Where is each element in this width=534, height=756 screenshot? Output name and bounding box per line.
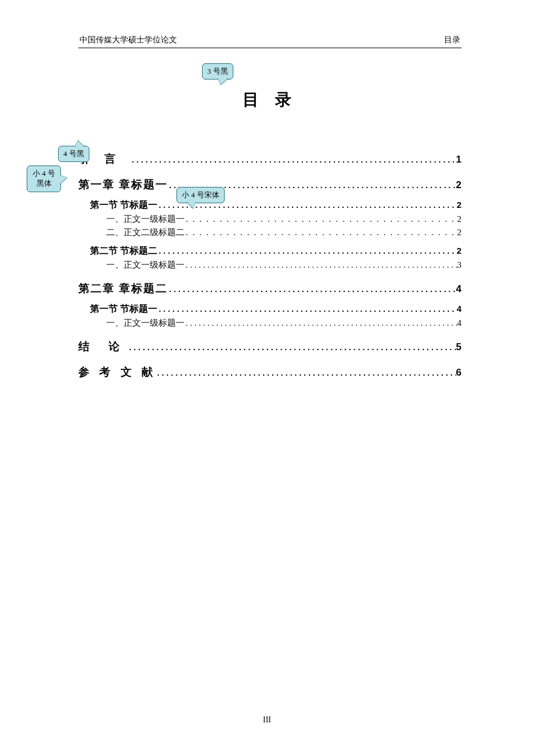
callout-text: 小 4 号宋体: [182, 190, 219, 199]
toc-page: 1: [456, 154, 461, 165]
title-area: 目 录: [78, 89, 461, 111]
callout-tail-icon: [186, 201, 196, 208]
toc-page: 2: [457, 228, 462, 237]
callout-text: 4 号黑: [63, 149, 84, 158]
running-header: 中国传媒大学硕士学位论文 目录: [78, 35, 461, 48]
page-content: 中国传媒大学硕士学位论文 目录 目 录 引言 .................…: [78, 35, 461, 380]
toc-leader-dots: ........................................…: [185, 214, 457, 224]
toc-leader-dots: ........................................…: [168, 285, 456, 294]
toc-label: 第一章 章标题一: [78, 177, 168, 192]
toc-entry-conclusion: 结 论 ....................................…: [78, 339, 461, 354]
toc-leader-dots: ........................................…: [185, 261, 457, 270]
callout-tail-icon: [75, 141, 85, 147]
toc-leader-dots: ........................................…: [157, 304, 456, 314]
toc-label: 第一节 节标题一: [90, 303, 157, 315]
toc-entry-ch1-s1: 第一节 节标题一 ...............................…: [78, 199, 461, 211]
toc-page: 5: [456, 341, 461, 353]
toc-entry-intro: 引言 .....................................…: [78, 152, 461, 167]
toc-entry-ch1-s1-i2: 二、正文二级标题二 ..............................…: [78, 227, 461, 238]
header-left: 中国传媒大学硕士学位论文: [80, 35, 177, 45]
toc-page: 2: [457, 246, 461, 255]
toc-label: 第一节 节标题一: [90, 199, 157, 211]
toc-label: 第二章 章标题二: [78, 281, 168, 296]
toc-entry-references: 参 考 文 献 ................................…: [78, 365, 461, 380]
toc-label: 结 论: [78, 339, 128, 354]
callout-title-font: 3 号黑: [202, 63, 233, 80]
toc-leader-dots: ........................................…: [128, 343, 456, 352]
header-right: 目录: [444, 35, 460, 45]
callout-tail-icon: [218, 78, 229, 85]
toc-leader-dots: ........................................…: [157, 246, 456, 255]
toc-leader-dots: ........................................…: [156, 368, 456, 377]
toc-label: 二、正文二级标题二: [106, 227, 185, 238]
toc-page: 2: [457, 214, 462, 224]
toc-page: 2: [457, 200, 461, 210]
toc-label: 参 考 文 献: [78, 365, 156, 380]
toc-leader-dots: ........................................…: [185, 319, 457, 328]
toc-entry-ch1-s1-i1: 一、正文一级标题一 ..............................…: [78, 214, 461, 225]
callout-text: 小 4 号: [33, 169, 55, 178]
toc-page: 4: [457, 318, 462, 328]
callout-tail-icon: [59, 175, 67, 185]
callout-level2-font: 小 4 号宋体: [176, 187, 225, 203]
callout-text: 3 号黑: [207, 67, 228, 75]
table-of-contents: 引言 .....................................…: [78, 152, 461, 380]
toc-leader-dots: ........................................…: [185, 228, 457, 237]
callout-level0-font: 4 号黑: [58, 146, 89, 162]
callout-level1-font: 小 4 号 黑体: [27, 165, 61, 192]
page-title: 目 录: [78, 89, 461, 111]
callout-text: 黑体: [37, 179, 52, 188]
toc-page: 3: [457, 260, 462, 270]
toc-page: 6: [456, 367, 461, 379]
toc-entry-chapter1: 第一章 章标题一 ...............................…: [78, 177, 461, 192]
toc-label: 一、正文一级标题一: [106, 260, 185, 271]
toc-page: 4: [456, 283, 461, 295]
toc-label: 第二节 节标题二: [90, 245, 157, 257]
toc-page: 2: [456, 179, 461, 191]
toc-leader-dots: ........................................…: [131, 155, 456, 164]
toc-entry-chapter2: 第二章 章标题二 ...............................…: [78, 281, 461, 296]
toc-entry-ch2-s1-i1: 一、正文一级标题一 ..............................…: [78, 318, 461, 329]
toc-label: 一、正文一级标题一: [106, 214, 185, 225]
toc-entry-ch1-s2-i1: 一、正文一级标题一 ..............................…: [78, 260, 461, 271]
toc-entry-ch2-s1: 第一节 节标题一 ...............................…: [78, 303, 461, 315]
page-number: III: [0, 715, 534, 725]
toc-label: 一、正文一级标题一: [106, 318, 185, 329]
toc-page: 4: [457, 304, 461, 314]
toc-entry-ch1-s2: 第二节 节标题二 ...............................…: [78, 245, 461, 257]
